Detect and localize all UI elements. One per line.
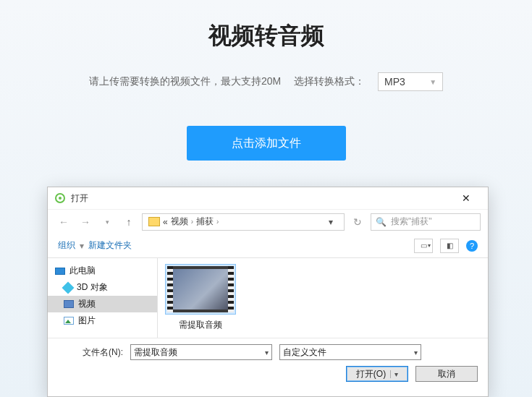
nav-recent-button[interactable]: ▾ bbox=[98, 213, 116, 231]
tree-item-pictures[interactable]: 图片 bbox=[48, 312, 157, 329]
new-folder-button[interactable]: 新建文件夹 bbox=[88, 239, 132, 252]
nav-forward-button[interactable]: → bbox=[77, 213, 94, 231]
chevron-right-icon: › bbox=[191, 218, 193, 226]
pc-icon bbox=[55, 268, 65, 275]
refresh-button[interactable]: ↻ bbox=[349, 213, 366, 231]
search-placeholder: 搜索"捕获" bbox=[391, 215, 432, 228]
filetype-value: 自定义文件 bbox=[283, 346, 326, 359]
nav-back-button[interactable]: ← bbox=[55, 213, 72, 231]
arrow-right-icon: → bbox=[80, 216, 90, 228]
chevron-down-icon: ▾ bbox=[265, 349, 269, 357]
open-button[interactable]: 打开(O) ▾ bbox=[346, 366, 408, 382]
view-icon: ▭ bbox=[421, 242, 427, 249]
cancel-button[interactable]: 取消 bbox=[415, 366, 478, 382]
chevron-down-icon: ▾ bbox=[106, 218, 109, 226]
chevron-right-icon: › bbox=[216, 218, 219, 226]
file-list: 需提取音频 bbox=[158, 258, 488, 338]
search-input[interactable]: 🔍 搜索"捕获" bbox=[371, 213, 481, 231]
video-thumbnail bbox=[167, 266, 234, 312]
help-icon: ? bbox=[470, 242, 474, 250]
help-button[interactable]: ? bbox=[466, 240, 478, 252]
path-root: « bbox=[163, 217, 168, 227]
add-file-label: 点击添加文件 bbox=[232, 136, 301, 151]
refresh-icon: ↻ bbox=[353, 216, 362, 228]
arrow-left-icon: ← bbox=[59, 216, 69, 228]
filename-value: 需提取音频 bbox=[134, 346, 177, 359]
open-dropdown-icon[interactable]: ▾ bbox=[390, 370, 398, 378]
close-button[interactable]: ✕ bbox=[452, 187, 481, 209]
open-button-label: 打开(O) bbox=[356, 368, 386, 380]
dialog-title: 打开 bbox=[71, 192, 88, 205]
arrow-up-icon: ↑ bbox=[127, 216, 132, 228]
view-mode-button[interactable]: ▭ bbox=[414, 239, 433, 253]
path-dropdown-icon[interactable]: ▾ bbox=[321, 217, 341, 227]
tree-label: 图片 bbox=[78, 315, 96, 327]
chevron-down-icon: ▾ bbox=[414, 349, 418, 357]
page-title: 视频转音频 bbox=[0, 20, 532, 52]
tree-item-3d[interactable]: 3D 对象 bbox=[48, 279, 157, 296]
video-icon bbox=[64, 300, 74, 308]
organize-menu[interactable]: 组织 bbox=[58, 239, 75, 252]
tree-label: 视频 bbox=[78, 298, 96, 310]
pane-icon: ◧ bbox=[447, 242, 453, 249]
folder-icon bbox=[148, 217, 160, 226]
format-label: 选择转换格式： bbox=[294, 75, 365, 88]
cube-icon bbox=[62, 281, 75, 294]
chevron-down-icon: ▼ bbox=[429, 78, 436, 86]
path-seg2: 捕获 bbox=[196, 215, 214, 228]
folder-tree: 此电脑 3D 对象 视频 图片 bbox=[48, 258, 158, 338]
tree-label: 此电脑 bbox=[69, 265, 96, 277]
tree-label: 3D 对象 bbox=[77, 281, 108, 294]
file-item[interactable]: 需提取音频 bbox=[165, 264, 236, 331]
path-seg1: 视频 bbox=[171, 215, 188, 228]
nav-up-button[interactable]: ↑ bbox=[120, 213, 138, 231]
cancel-button-label: 取消 bbox=[438, 368, 455, 380]
file-open-dialog: 打开 ✕ ← → ▾ ↑ « 视频 › 捕获 › ▾ ↻ 🔍 搜索"捕获" 组织… bbox=[47, 187, 489, 397]
tree-item-this-pc[interactable]: 此电脑 bbox=[48, 262, 157, 279]
format-select[interactable]: MP3 ▼ bbox=[378, 72, 443, 91]
format-value: MP3 bbox=[384, 76, 405, 87]
toolbar-sep: ▾ bbox=[80, 241, 84, 251]
path-breadcrumb[interactable]: « 视频 › 捕获 › ▾ bbox=[142, 213, 345, 231]
filename-input[interactable]: 需提取音频 ▾ bbox=[130, 344, 272, 360]
app-logo-icon bbox=[55, 193, 65, 203]
search-icon: 🔍 bbox=[376, 217, 387, 227]
preview-pane-button[interactable]: ◧ bbox=[440, 239, 459, 253]
close-icon: ✕ bbox=[462, 192, 470, 204]
add-file-button[interactable]: 点击添加文件 bbox=[187, 126, 346, 161]
picture-icon bbox=[64, 317, 74, 325]
filetype-select[interactable]: 自定义文件 ▾ bbox=[279, 344, 421, 360]
tree-item-video[interactable]: 视频 bbox=[48, 296, 157, 312]
filename-label: 文件名(N): bbox=[58, 346, 123, 359]
upload-hint: 请上传需要转换的视频文件，最大支持20M bbox=[89, 75, 281, 88]
file-name-label: 需提取音频 bbox=[165, 319, 236, 331]
